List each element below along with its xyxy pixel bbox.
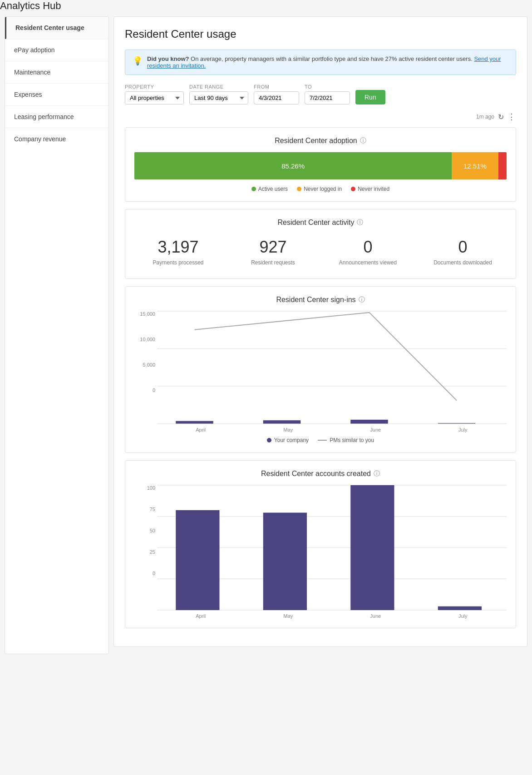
acc-x-may: May bbox=[245, 613, 332, 619]
adoption-title: Resident Center adoption ⓘ bbox=[134, 137, 507, 145]
acc-june-bar bbox=[350, 485, 394, 610]
refresh-icon[interactable]: ↻ bbox=[498, 113, 504, 121]
run-button[interactable]: Run bbox=[355, 90, 385, 104]
property-filter-group: PROPERTY All properties bbox=[125, 84, 184, 104]
x-label-june: June bbox=[332, 427, 419, 432]
app-title: Analytics Hub bbox=[0, 0, 532, 12]
sign-ins-chart-container: 15,000 10,000 5,000 0 bbox=[134, 311, 507, 432]
page-title: Resident Center usage bbox=[125, 28, 516, 40]
may-bar bbox=[263, 420, 301, 423]
property-select[interactable]: All properties bbox=[125, 91, 184, 104]
content-card: Resident Center usage 💡 Did you know? On… bbox=[113, 16, 527, 647]
filters-row: PROPERTY All properties DATE RANGE Last … bbox=[125, 84, 516, 104]
sign-ins-card: Resident Center sign-ins ⓘ 15,000 10,000… bbox=[125, 286, 516, 453]
announcements-stat: 0 Announcements viewed bbox=[324, 238, 412, 266]
never-invited-dot bbox=[351, 187, 355, 191]
payments-label: Payments processed bbox=[134, 259, 222, 266]
acc-y-100: 100 bbox=[134, 485, 155, 491]
active-users-dot bbox=[251, 187, 256, 191]
announcements-label: Announcements viewed bbox=[324, 259, 412, 266]
sidebar-item-expenses[interactable]: Expenses bbox=[5, 84, 108, 106]
from-input[interactable] bbox=[254, 91, 299, 104]
legend-never-invited: Never invited bbox=[351, 186, 389, 192]
documents-label: Documents downloaded bbox=[419, 259, 507, 266]
legend-your-company: Your company bbox=[267, 437, 309, 443]
y-axis-labels: 15,000 10,000 5,000 0 bbox=[134, 311, 155, 393]
documents-stat: 0 Documents downloaded bbox=[419, 238, 507, 266]
y-label-15000: 15,000 bbox=[134, 311, 155, 317]
sidebar-item-maintenance[interactable]: Maintenance bbox=[5, 61, 108, 84]
bulb-icon: 💡 bbox=[133, 56, 143, 66]
info-banner: 💡 Did you know? On average, property man… bbox=[125, 50, 516, 75]
never-invited-segment bbox=[498, 152, 507, 179]
info-banner-text: Did you know? On average, property manag… bbox=[147, 55, 508, 69]
activity-title: Resident Center activity ⓘ bbox=[134, 219, 507, 227]
acc-y-25: 25 bbox=[134, 549, 155, 555]
x-label-may: May bbox=[245, 427, 332, 432]
invitation-link[interactable]: Send your residents an invitation. bbox=[147, 55, 501, 69]
sidebar-item-resident-center-usage[interactable]: Resident Center usage bbox=[5, 17, 108, 39]
property-label: PROPERTY bbox=[125, 84, 184, 89]
pm-similar-line bbox=[195, 313, 457, 401]
your-company-dot bbox=[267, 438, 271, 442]
adoption-card: Resident Center adoption ⓘ 85.26% 12.51% bbox=[125, 127, 516, 202]
chart-header: 1m ago ↻ ⋮ bbox=[125, 112, 516, 122]
acc-y-75: 75 bbox=[134, 507, 155, 512]
to-label: TO bbox=[305, 84, 350, 89]
adoption-info-icon[interactable]: ⓘ bbox=[360, 137, 366, 145]
to-input[interactable] bbox=[305, 91, 350, 104]
acc-y-0: 0 bbox=[134, 571, 155, 576]
pm-similar-line-legend bbox=[318, 440, 327, 441]
accounts-x-labels: April May June July bbox=[157, 613, 507, 619]
accounts-chart-container: 100 75 50 25 0 bbox=[134, 485, 507, 619]
from-label: FROM bbox=[254, 84, 299, 89]
pm-similar-label: PMs similar to you bbox=[330, 437, 374, 443]
accounts-svg bbox=[157, 485, 507, 610]
july-bar bbox=[438, 423, 476, 423]
activity-card: Resident Center activity ⓘ 3,197 Payment… bbox=[125, 209, 516, 279]
content-area: Resident Center usage 💡 Did you know? On… bbox=[113, 16, 527, 654]
announcements-value: 0 bbox=[324, 238, 412, 257]
requests-value: 927 bbox=[229, 238, 317, 257]
from-filter-group: FROM bbox=[254, 84, 299, 104]
acc-april-bar bbox=[176, 510, 219, 610]
legend-active-users: Active users bbox=[251, 186, 288, 192]
accounts-info-icon[interactable]: ⓘ bbox=[374, 470, 380, 478]
x-label-july: July bbox=[419, 427, 507, 432]
acc-may-bar bbox=[263, 512, 307, 610]
active-users-segment: 85.26% bbox=[134, 152, 452, 179]
sign-ins-x-labels: April May June July bbox=[157, 427, 507, 432]
y-label-10000: 10,000 bbox=[134, 337, 155, 342]
accounts-title: Resident Center accounts created ⓘ bbox=[134, 470, 507, 478]
acc-x-july: July bbox=[419, 613, 507, 619]
more-options-icon[interactable]: ⋮ bbox=[507, 112, 516, 122]
date-range-filter-group: DATE RANGE Last 90 days bbox=[189, 84, 248, 104]
activity-grid: 3,197 Payments processed 927 Resident re… bbox=[134, 234, 507, 269]
y-label-5000: 5,000 bbox=[134, 362, 155, 368]
acc-x-april: April bbox=[157, 613, 245, 619]
adoption-bar: 85.26% 12.51% bbox=[134, 152, 507, 179]
sign-ins-info-icon[interactable]: ⓘ bbox=[359, 296, 365, 304]
legend-never-logged-in: Never logged in bbox=[297, 186, 342, 192]
sidebar-item-company-revenue[interactable]: Company revenue bbox=[5, 128, 108, 150]
sign-ins-legend: Your company PMs similar to you bbox=[134, 437, 507, 443]
to-filter-group: TO bbox=[305, 84, 350, 104]
never-logged-in-segment: 12.51% bbox=[452, 152, 498, 179]
sidebar-item-leasing-performance[interactable]: Leasing performance bbox=[5, 106, 108, 128]
acc-x-june: June bbox=[332, 613, 419, 619]
sign-ins-title: Resident Center sign-ins ⓘ bbox=[134, 296, 507, 304]
accounts-y-axis: 100 75 50 25 0 bbox=[134, 485, 155, 576]
documents-value: 0 bbox=[419, 238, 507, 257]
accounts-card: Resident Center accounts created ⓘ 100 7… bbox=[125, 460, 516, 628]
legend-pm-similar: PMs similar to you bbox=[318, 437, 374, 443]
sidebar-item-epay-adoption[interactable]: ePay adoption bbox=[5, 39, 108, 61]
activity-info-icon[interactable]: ⓘ bbox=[357, 219, 363, 227]
last-updated: 1m ago bbox=[476, 114, 494, 120]
date-range-label: DATE RANGE bbox=[189, 84, 248, 89]
april-bar bbox=[176, 421, 213, 424]
payments-processed-stat: 3,197 Payments processed bbox=[134, 238, 222, 266]
june-bar bbox=[350, 420, 388, 424]
app-header: Analytics Hub bbox=[0, 0, 532, 12]
date-range-select[interactable]: Last 90 days bbox=[189, 91, 248, 104]
never-logged-in-dot bbox=[297, 187, 301, 191]
